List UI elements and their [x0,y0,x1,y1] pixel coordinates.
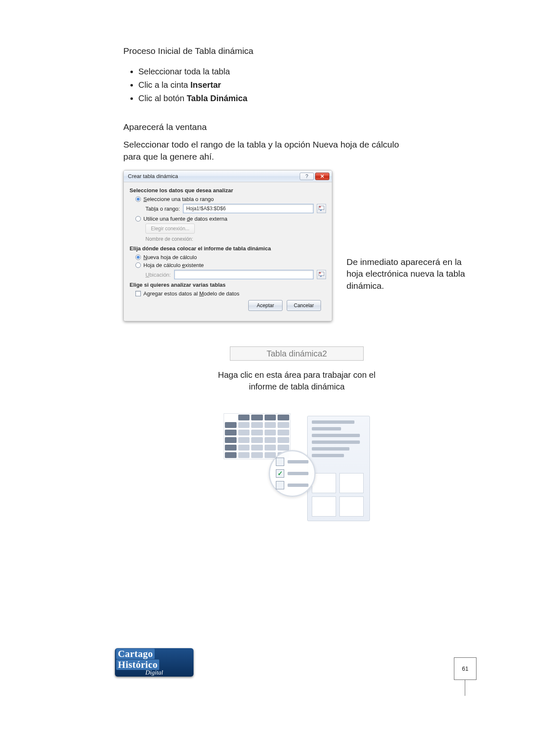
radio-label: Hoja de cálculo existente [143,262,204,268]
range-input[interactable] [183,204,313,213]
radio-select-table-range[interactable]: Seleccione una tabla o rango [135,196,326,202]
step-1: Seleccionar toda la tabla [138,65,476,78]
svg-rect-3 [319,272,321,274]
radio-external-source[interactable]: Utilice una fuente de datos externa [135,216,326,222]
section-select-data: Seleccione los datos que desea analizar [130,187,326,193]
field-list-panel-icon [307,416,370,521]
radio-existing-worksheet[interactable]: Hoja de cálculo existente [135,262,326,268]
side-note: De inmediato aparecerá en la hoja electr… [346,256,468,292]
pivottable-hint: Haga clic en esta área para trabajar con… [207,369,387,392]
range-picker-button[interactable] [317,204,326,213]
cancel-button[interactable]: Cancelar [287,300,321,311]
radio-icon [135,255,141,260]
radio-icon [135,262,141,268]
pivottable-name-box: Tabla dinámica2 [230,346,364,361]
radio-label: Nueva hoja de cálculo [143,254,197,260]
pivottable-illustration: ✓ [224,413,370,522]
ok-button[interactable]: Aceptar [248,300,283,311]
step-3: Clic al botón Tabla Dinámica [138,92,476,104]
connection-name-label: Nombre de conexión: [145,236,326,242]
radio-label: Seleccione una tabla o rango [143,196,214,202]
radio-label: Utilice una fuente de datos externa [143,216,227,222]
dialog-titlebar: Crear tabla dinámica ? ✕ [124,171,332,182]
step-2-text: Clic a la cinta [138,80,191,89]
location-input [174,270,313,279]
create-pivottable-dialog: Crear tabla dinámica ? ✕ Seleccione los … [123,170,332,321]
section-multiple-tables: Elige si quieres analizar varias tablas [130,282,326,288]
dialog-help-button[interactable]: ? [300,173,314,180]
logo-word-1: Cartago [116,649,155,659]
logo-word-3: Digital [145,669,163,676]
page-number: 61 [454,657,476,680]
magnifier-icon: ✓ [269,450,316,497]
radio-icon [135,216,141,221]
step-3-text: Clic al botón [138,94,187,103]
checkbox-label: Agregar estos datos al Modelo de datos [143,290,239,297]
paragraph-instruction: Seleccionar todo el rango de la tabla y … [123,139,412,163]
subheading-1: Aparecerá la ventana [123,121,476,133]
section-placement: Elija dónde desea colocar el informe de … [130,245,326,252]
dialog-title: Crear tabla dinámica [128,173,178,179]
pivottable-placeholder: Tabla dinámica2 Haga clic en esta área p… [207,346,387,522]
choose-connection-button: Elegir conexión... [145,224,195,234]
range-picker-icon [318,272,324,277]
logo-word-2: Histórico [116,659,159,670]
radio-new-worksheet[interactable]: Nueva hoja de cálculo [135,254,326,260]
location-label: Ubicación: [145,272,171,278]
dialog-close-button[interactable]: ✕ [315,173,329,180]
range-picker-icon [318,206,324,211]
cartago-historico-logo: Cartago Histórico Digital [115,648,194,677]
location-picker-button[interactable] [317,270,326,279]
step-2-bold: Insertar [191,80,221,89]
range-label: Tabla o rango: [145,206,180,212]
mini-table-icon [224,413,290,459]
step-3-bold: Tabla Dinámica [187,94,247,103]
radio-icon [135,196,141,202]
section-heading: Proceso Inicial de Tabla dinámica [123,46,476,56]
steps-list: Seleccionar toda la tabla Clic a la cint… [138,65,476,104]
page-number-stem [465,680,466,696]
checkbox-add-to-data-model[interactable]: Agregar estos datos al Modelo de datos [135,290,326,297]
checkbox-icon [135,291,141,296]
svg-rect-1 [319,206,321,208]
step-2: Clic a la cinta Insertar [138,79,476,91]
